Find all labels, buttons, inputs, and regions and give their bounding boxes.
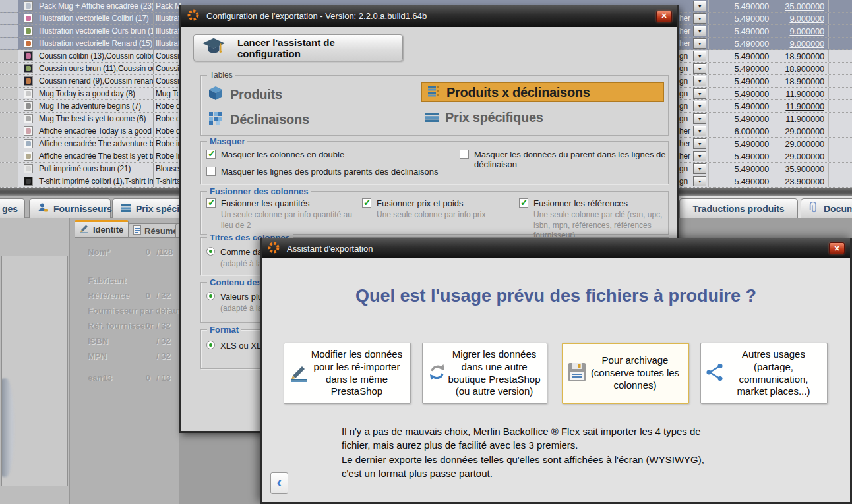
product-name-cell[interactable]: Affiche encadrée The best is yet to [38,150,154,162]
tab-traductions-produits[interactable]: Traductions produits [679,198,798,218]
dropdown-button[interactable]: ▼ [693,151,706,161]
radio-selected[interactable] [206,341,215,349]
product-name-cell[interactable]: Affiche encadrée The adventure be [38,138,154,150]
checkbox-checked[interactable] [362,198,371,208]
tab-fournisseurs[interactable]: Fournisseurs [29,198,111,218]
retail-price-cell[interactable]: 11.900000 [772,100,828,112]
option-archive[interactable]: Pour archivage (conserve toutes les colo… [562,343,689,404]
radio-selected[interactable] [206,292,215,300]
table-produits-item[interactable]: Produits [208,85,282,104]
option-migrate-shop[interactable]: Migrer les données dans une autre boutiq… [422,343,547,404]
dropdown-button[interactable]: ▼ [693,176,706,186]
dropdown-cell[interactable]: gn ▼ [678,50,708,62]
product-name-cell[interactable]: Mug The adventure begins (7) [38,100,154,112]
dropdown-button[interactable]: ▼ [693,26,706,36]
row-gutter[interactable] [0,38,18,49]
product-name-cell[interactable]: Mug Today is a good day (8) [38,88,154,99]
radio-selected[interactable] [206,247,215,256]
wholesale-price-cell[interactable]: 6.000000 [708,125,772,137]
row-gutter[interactable] [0,163,18,175]
checkbox-row[interactable]: Fusionner les référencesUne seule colonn… [519,198,667,241]
dropdown-cell[interactable]: her ▼ [678,150,708,162]
checkbox-row[interactable]: Fusionner les quantitésUn seule colonne … [206,198,357,231]
checkbox-row[interactable]: Masquer les colonnes en double [206,150,344,159]
retail-price-cell[interactable]: 29.000000 [772,150,828,162]
launch-wizard-button[interactable]: Lancer l'assistant de configuration [193,34,403,61]
row-gutter[interactable] [0,63,18,74]
config-dialog-titlebar[interactable]: Configuration de l'exportation - Version… [181,5,677,27]
wholesale-price-cell[interactable]: 5.490000 [708,50,772,62]
retail-price-cell[interactable]: 18.900000 [772,50,828,62]
dropdown-button[interactable]: ▼ [693,63,706,74]
dropdown-button[interactable]: ▼ [693,101,706,111]
wizard-titlebar[interactable]: Assistant d'exportation ✕ [262,238,850,258]
close-icon[interactable]: ✕ [829,242,845,254]
dropdown-cell[interactable]: her ▼ [678,13,708,24]
dropdown-button[interactable]: ▼ [693,1,706,11]
row-gutter[interactable] [0,150,18,162]
dropdown-cell[interactable]: gn ▼ [678,88,708,99]
dropdown-button[interactable]: ▼ [693,88,706,99]
dropdown-button[interactable]: ▼ [693,38,706,49]
tab-images[interactable]: ges [0,198,25,218]
retail-price-cell[interactable]: 9.000000 [772,25,828,37]
dropdown-button[interactable]: ▼ [693,13,706,24]
product-name-cell[interactable]: Mug The best is yet to come (6) [38,113,154,125]
dropdown-cell[interactable]: her ▼ [678,138,708,150]
dropdown-button[interactable]: ▼ [693,113,706,124]
checkbox-checked[interactable] [519,198,528,208]
dropdown-cell[interactable]: ▼ [678,0,708,12]
retail-price-cell[interactable]: 29.000000 [772,138,828,150]
wholesale-price-cell[interactable]: 5.490000 [708,75,772,87]
retail-price-cell[interactable]: 11.900000 [772,88,828,99]
option-other-usages[interactable]: Autres usages (partage, communication, m… [700,343,828,404]
dropdown-cell[interactable]: gn ▼ [678,100,708,112]
wholesale-price-cell[interactable]: 5.490000 [708,0,772,12]
wholesale-price-cell[interactable]: 5.490000 [708,88,772,99]
retail-price-cell[interactable]: 9.000000 [772,13,828,24]
tab-documents[interactable]: Document [801,198,852,218]
product-name-cell[interactable]: Pull imprimé ours brun (21) [38,163,154,175]
checkbox-checked[interactable] [206,150,216,159]
row-gutter[interactable] [0,75,18,87]
retail-price-cell[interactable]: 9.000000 [772,38,828,49]
dropdown-cell[interactable]: her ▼ [678,38,708,49]
product-name-cell[interactable]: Coussin ours brun (11),Coussin ours [38,63,154,74]
dropdown-button[interactable]: ▼ [693,126,706,136]
close-icon[interactable]: ✕ [656,11,672,22]
row-gutter[interactable] [0,113,18,125]
retail-price-cell[interactable]: 23.900000 [772,175,828,187]
checkbox-row[interactable]: Masquer les lignes des produits parents … [206,167,439,177]
dropdown-cell[interactable]: gn ▼ [678,75,708,87]
retail-price-cell[interactable]: 29.000000 [772,125,828,137]
row-gutter[interactable] [0,13,18,24]
dropdown-cell[interactable]: her ▼ [678,125,708,137]
retail-price-cell[interactable]: 18.900000 [772,63,828,74]
wholesale-price-cell[interactable]: 5.490000 [708,138,772,150]
product-name-cell[interactable]: T-shirt imprimé colibri (1),T-shirt impr… [38,175,154,187]
dropdown-button[interactable]: ▼ [693,51,706,61]
tab-identite[interactable]: Identité [75,220,129,238]
row-gutter[interactable] [0,175,18,187]
product-name-cell[interactable]: Illustration vectorielle Colibri (17) [38,13,154,24]
dropdown-cell[interactable]: gn ▼ [678,175,708,187]
wholesale-price-cell[interactable]: 5.490000 [708,150,772,162]
row-gutter[interactable] [0,88,18,99]
dropdown-button[interactable]: ▼ [693,76,706,86]
dropdown-cell[interactable]: gn ▼ [678,63,708,74]
back-button[interactable]: ‹ [270,472,288,494]
product-name-cell[interactable]: Illustration vectorielle Renard (15) [38,38,154,49]
wholesale-price-cell[interactable]: 5.490000 [708,100,772,112]
retail-price-cell[interactable]: 18.900000 [772,75,828,87]
dropdown-button[interactable]: ▼ [693,163,706,174]
product-name-cell[interactable]: Affiche encadrée Today is a good d [38,125,154,137]
row-gutter[interactable] [0,125,18,137]
wholesale-price-cell[interactable]: 5.490000 [708,113,772,125]
checkbox-row[interactable]: Fusionner prix et poidsUne seule colonne… [362,198,512,221]
wholesale-price-cell[interactable]: 5.490000 [708,38,772,49]
dropdown-button[interactable]: ▼ [693,138,706,149]
checkbox-unchecked[interactable] [206,167,216,176]
row-gutter[interactable] [0,138,18,150]
checkbox-unchecked[interactable] [460,150,469,159]
wholesale-price-cell[interactable]: 5.490000 [708,163,772,175]
